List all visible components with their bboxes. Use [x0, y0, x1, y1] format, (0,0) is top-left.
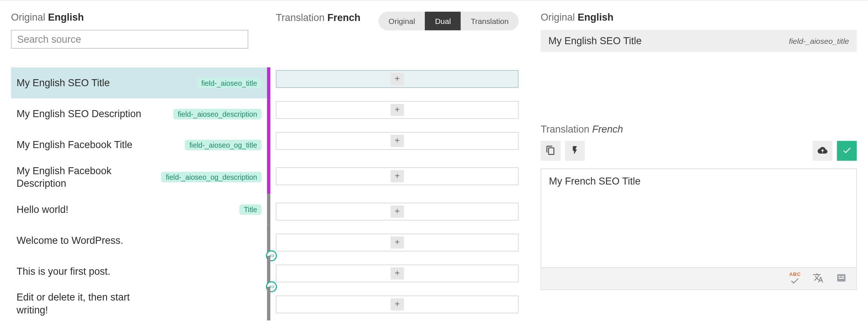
field-badge: field-_aioseo_og_title [185, 140, 262, 150]
field-badge: field-_aioseo_og_description [161, 172, 262, 183]
target-row[interactable]: + [276, 64, 519, 95]
target-input[interactable]: + [276, 168, 519, 185]
add-translation-button[interactable]: + [391, 236, 404, 249]
target-input[interactable]: + [276, 132, 519, 150]
view-toggle: Original Dual Translation [378, 12, 519, 31]
original-value-box: My English SEO Title field-_aioseo_title [541, 30, 857, 52]
add-translation-button[interactable]: + [391, 298, 404, 310]
target-input[interactable]: + [276, 203, 519, 221]
check-icon [842, 145, 852, 157]
source-header-lang: English [48, 12, 84, 23]
add-translation-button[interactable]: + [391, 206, 404, 218]
add-translation-button[interactable]: + [391, 135, 404, 147]
target-input[interactable]: + [276, 70, 519, 88]
editor-footer: ABC [541, 268, 857, 290]
target-row[interactable]: + [276, 126, 519, 157]
source-row[interactable]: My English Facebook Titlefield-_aioseo_o… [11, 129, 270, 160]
source-text: My English SEO Title [17, 77, 110, 89]
add-translation-button[interactable]: + [391, 170, 404, 182]
field-badge: Title [239, 204, 262, 215]
source-header-prefix: Original [11, 12, 45, 23]
source-text: Hello world! [17, 203, 68, 216]
translation-editor[interactable]: My French SEO Title [541, 169, 857, 268]
spellcheck-button[interactable]: ABC [788, 271, 802, 286]
lightning-icon [570, 145, 580, 157]
source-row[interactable]: Welcome to WordPress. [11, 225, 270, 256]
copy-source-button[interactable] [541, 141, 561, 161]
source-text: My English Facebook Description [17, 165, 154, 190]
svg-rect-2 [842, 276, 844, 277]
detail-translation-header: Translation French [541, 124, 857, 136]
add-translation-button[interactable]: + [391, 267, 404, 280]
field-badge: field-_aioseo_description [173, 109, 262, 119]
source-column: Original English My English SEO Titlefie… [11, 12, 270, 321]
svg-rect-3 [839, 278, 844, 279]
target-row[interactable]: + [276, 95, 519, 126]
source-row[interactable]: Edit or delete it, then start writing! [11, 287, 270, 321]
source-text: My English SEO Description [17, 108, 141, 120]
detail-column: Original English My English SEO Title fi… [524, 12, 857, 321]
glossary-button[interactable] [834, 271, 849, 286]
target-input[interactable]: + [276, 296, 519, 313]
svg-rect-1 [839, 276, 840, 277]
auto-translate-button[interactable] [565, 141, 585, 161]
field-badge: field-_aioseo_title [197, 78, 262, 88]
source-text: Welcome to WordPress. [17, 234, 123, 247]
source-row[interactable]: My English SEO Titlefield-_aioseo_title [11, 67, 270, 98]
target-header: Translation French [276, 12, 360, 24]
target-row[interactable]: + [276, 289, 519, 320]
source-text: Edit or delete it, then start writing! [17, 291, 154, 316]
search-input[interactable] [11, 30, 248, 49]
target-row[interactable]: + [276, 157, 519, 196]
translate-icon [813, 272, 824, 285]
original-value-field: field-_aioseo_title [789, 36, 849, 45]
source-text: This is your first post. [17, 265, 110, 278]
abc-label: ABC [789, 271, 801, 277]
target-input[interactable]: + [276, 101, 519, 119]
source-row[interactable]: My English SEO Descriptionfield-_aioseo_… [11, 98, 270, 129]
target-row[interactable]: + [276, 258, 519, 289]
confirm-button[interactable] [837, 141, 857, 161]
view-dual-button[interactable]: Dual [425, 12, 461, 31]
target-row[interactable]: + [276, 196, 519, 227]
upload-button[interactable] [813, 141, 833, 161]
source-row[interactable]: This is your first post. [11, 256, 270, 287]
source-row[interactable]: My English Facebook Descriptionfield-_ai… [11, 160, 270, 194]
cloud-upload-icon [818, 145, 828, 157]
original-value-text: My English SEO Title [548, 35, 642, 47]
target-input[interactable]: + [276, 265, 519, 282]
detail-original-header: Original English [541, 12, 857, 24]
source-text: My English Facebook Title [17, 138, 132, 151]
glossary-icon [836, 272, 847, 285]
source-row[interactable]: Hello world!Title [11, 194, 270, 225]
target-input[interactable]: + [276, 234, 519, 252]
source-header: Original English [11, 12, 270, 24]
view-original-button[interactable]: Original [378, 12, 425, 31]
add-translation-button[interactable]: + [391, 104, 404, 116]
target-column: Translation French Original Dual Transla… [270, 12, 524, 321]
translate-button[interactable] [811, 271, 825, 286]
translation-toolbar [541, 141, 857, 161]
check-small-icon [790, 277, 801, 286]
target-header-prefix: Translation [276, 12, 325, 23]
target-row[interactable]: + [276, 227, 519, 258]
add-translation-button[interactable]: + [391, 73, 404, 85]
target-header-lang: French [327, 12, 360, 23]
copy-icon [546, 145, 556, 157]
view-translation-button[interactable]: Translation [461, 12, 519, 31]
